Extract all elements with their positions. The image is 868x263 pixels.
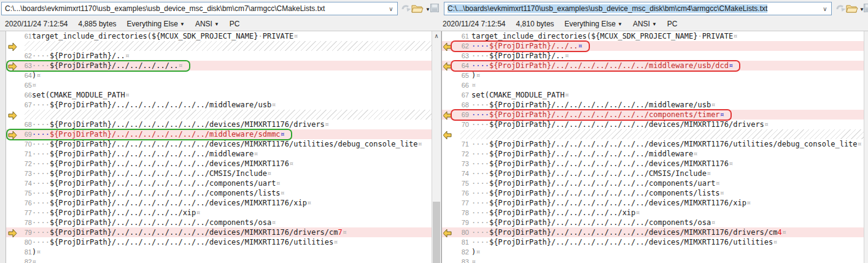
line-number: 74: [452, 169, 469, 178]
code-line[interactable]: 81)¤: [6, 247, 432, 257]
merge-arrow-icon[interactable]: [8, 62, 17, 74]
code-line[interactable]: 75····${ProjDirPath}/../../../../../../.…: [6, 188, 432, 198]
missing-line-placeholder[interactable]: [6, 110, 432, 120]
caret-down-icon: ▼: [652, 21, 657, 27]
line-number: 74: [15, 178, 32, 188]
code-line[interactable]: 63····${ProjDirPath}/../../../../..¤: [6, 61, 432, 71]
code-line[interactable]: 76····${ProjDirPath}/../../../../../../.…: [6, 198, 432, 208]
combo-dropdown-icon-right[interactable]: ∨: [819, 6, 831, 12]
code-line[interactable]: 70····${ProjDirPath}/../../../../../../.…: [6, 139, 432, 149]
code-text: ····${ProjDirPath}/..¤: [32, 51, 130, 61]
code-line[interactable]: 69····${ProjDirPath}/../../../../../../.…: [6, 129, 432, 139]
code-line[interactable]: 69····${ProjDirPath}/../../../../../../.…: [442, 110, 864, 120]
file-path-left[interactable]: C:\...\boards\evkmimxrt1170\usb_examples…: [2, 4, 385, 13]
code-line[interactable]: 82)¤: [442, 247, 864, 257]
code-line[interactable]: 79····${ProjDirPath}/../../../../../../.…: [442, 218, 864, 227]
code-line[interactable]: 72····${ProjDirPath}/../../../../../../.…: [442, 149, 864, 159]
merge-arrow-icon[interactable]: [443, 229, 452, 240]
code-line[interactable]: 68····${ProjDirPath}/../../../../../../.…: [442, 100, 864, 110]
code-line[interactable]: 80····${ProjDirPath}/../../../../../../.…: [6, 237, 432, 247]
merge-arrow-icon[interactable]: [443, 111, 452, 123]
reload-arrow-icon-left[interactable]: [400, 4, 411, 17]
code-line[interactable]: 76····${ProjDirPath}/../../../../../../.…: [442, 188, 864, 198]
code-line[interactable]: 80····${ProjDirPath}/../../../../../../.…: [442, 227, 864, 237]
code-line[interactable]: 63····${ProjDirPath}/..¤: [442, 51, 864, 61]
code-line[interactable]: 81····${ProjDirPath}/../../../../../../.…: [442, 237, 864, 247]
merge-arrow-glyph: [8, 131, 17, 140]
file-path-right[interactable]: C:\...\boards\evkmimxrt1170\usb_examples…: [444, 4, 819, 13]
code-line[interactable]: 73····${ProjDirPath}/../../../../../../.…: [6, 169, 432, 178]
merge-arrow-icon[interactable]: [8, 42, 17, 54]
code-line[interactable]: 64····${ProjDirPath}/../../../../../../.…: [442, 61, 864, 71]
code-line[interactable]: 71····${ProjDirPath}/../../../../../../.…: [442, 139, 864, 149]
missing-line-placeholder[interactable]: [442, 129, 864, 139]
encoding-dropdown-left[interactable]: ANSI▼: [195, 20, 219, 28]
filter-dropdown-left[interactable]: Everything Else▼: [127, 20, 185, 28]
code-line[interactable]: 77····${ProjDirPath}/../../../../../../.…: [442, 198, 864, 208]
code-text: ¤: [32, 80, 36, 90]
hatch-pattern: [25, 41, 432, 51]
hatch-pattern: [460, 129, 864, 139]
folder-dropdown-icon-left[interactable]: ▼: [425, 7, 430, 12]
code-line[interactable]: 67set(CMAKE_MODULE_PATH¤: [442, 90, 864, 100]
code-line[interactable]: 79····${ProjDirPath}/../../../../../../.…: [6, 227, 432, 237]
scrollbar-right-pane[interactable]: [864, 31, 868, 263]
encoding-dropdown-right[interactable]: ANSI▼: [633, 20, 657, 28]
modified-date-right: 2020/11/24 7:12:54: [443, 20, 506, 28]
code-line[interactable]: 78····${ProjDirPath}/../../../../../../.…: [6, 218, 432, 227]
save-icon-left[interactable]: [430, 4, 439, 15]
code-line[interactable]: 73····${ProjDirPath}/../../../../../../.…: [442, 159, 864, 169]
code-line[interactable]: 65¤: [6, 80, 432, 90]
code-text: ····${ProjDirPath}/../../../../../xip¤: [32, 208, 201, 218]
merge-arrow-icon[interactable]: [443, 62, 452, 74]
code-line[interactable]: 72····${ProjDirPath}/../../../../../../.…: [6, 159, 432, 169]
code-line[interactable]: 62····${ProjDirPath}/..¤: [6, 51, 432, 61]
code-line[interactable]: 78····${ProjDirPath}/../../../../../xip¤: [442, 208, 864, 218]
code-line[interactable]: 82¤: [6, 257, 432, 263]
line-number: 67: [452, 90, 469, 100]
filter-dropdown-right[interactable]: Everything Else▼: [565, 20, 622, 28]
code-pane-left[interactable]: 61target_include_directories(${MCUX_SDK_…: [6, 31, 432, 263]
code-line[interactable]: 67····${ProjDirPath}/../../../../../../.…: [6, 100, 432, 110]
code-pane-right[interactable]: 61target_include_directories(${MCUX_SDK_…: [442, 31, 864, 263]
code-line[interactable]: 61target_include_directories(${MCUX_SDK_…: [442, 31, 864, 41]
merge-arrow-icon[interactable]: [8, 111, 17, 123]
diff-locator-strip[interactable]: [0, 31, 6, 263]
line-number: 67: [15, 100, 32, 110]
line-number: 73: [452, 159, 469, 169]
line-number: 63: [452, 51, 469, 61]
scrollbar-left-pane[interactable]: ∧: [432, 31, 441, 263]
code-line[interactable]: 66set(CMAKE_MODULE_PATH¤: [6, 90, 432, 100]
line-number: 83: [452, 257, 469, 263]
missing-line-placeholder[interactable]: [6, 41, 432, 51]
code-line[interactable]: 62····${ProjDirPath}/../..¤: [442, 41, 864, 51]
code-line[interactable]: 64)¤: [6, 71, 432, 80]
code-line[interactable]: 75····${ProjDirPath}/../../../../../../.…: [442, 178, 864, 188]
merge-arrow-icon[interactable]: [8, 131, 17, 142]
code-line[interactable]: 74····${ProjDirPath}/../../../../../../.…: [6, 178, 432, 188]
code-line[interactable]: 70····${ProjDirPath}/../../../../../../.…: [442, 120, 864, 129]
folder-glyph: [846, 4, 858, 13]
file-path-combobox-right[interactable]: C:\...\boards\evkmimxrt1170\usb_examples…: [444, 2, 832, 15]
save-icon-right[interactable]: [864, 4, 868, 15]
code-line[interactable]: 66¤: [442, 80, 864, 90]
line-number: 69: [15, 129, 32, 139]
merge-arrow-icon[interactable]: [443, 42, 452, 54]
file-path-combobox-left[interactable]: C:\...\boards\evkmimxrt1170\usb_examples…: [1, 2, 398, 15]
code-line[interactable]: 74····${ProjDirPath}/../../../../../../.…: [442, 169, 864, 178]
reload-arrow-icon-right[interactable]: [835, 4, 846, 17]
code-line[interactable]: 68····${ProjDirPath}/../../../../../../.…: [6, 120, 432, 129]
code-line[interactable]: 65)¤: [442, 71, 864, 80]
merge-arrow-icon[interactable]: [8, 229, 17, 240]
code-text: set(CMAKE_MODULE_PATH¤: [32, 90, 130, 100]
code-line[interactable]: 77····${ProjDirPath}/../../../../../xip¤: [6, 208, 432, 218]
merge-arrow-icon[interactable]: [443, 131, 452, 142]
code-line[interactable]: 83¤: [442, 257, 864, 263]
code-line[interactable]: 61target_include_directories(${MCUX_SDK_…: [6, 31, 432, 41]
scrollbar-thumb[interactable]: [433, 202, 440, 263]
scroll-up-icon[interactable]: ∧: [432, 31, 441, 41]
folder-open-icon-right[interactable]: [846, 4, 858, 15]
folder-open-icon-left[interactable]: [411, 4, 424, 15]
combo-dropdown-icon-left[interactable]: ∨: [385, 6, 397, 12]
code-line[interactable]: 71····${ProjDirPath}/../../../../../../.…: [6, 149, 432, 159]
